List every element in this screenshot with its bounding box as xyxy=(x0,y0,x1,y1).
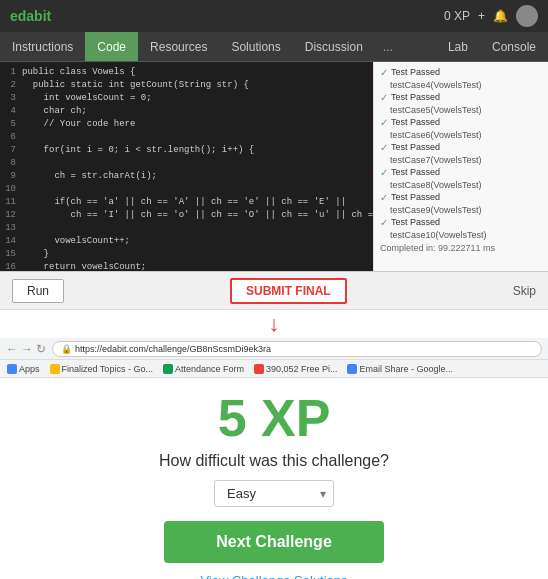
test-case-name: testCase5(VowelsTest) xyxy=(390,105,542,115)
tab-discussion[interactable]: Discussion xyxy=(293,32,375,61)
tab-solutions[interactable]: Solutions xyxy=(219,32,292,61)
plus-icon[interactable]: + xyxy=(478,9,485,23)
line-number: 1 xyxy=(0,66,22,79)
test-case-name: testCase10(VowelsTest) xyxy=(390,230,542,240)
secure-icon: 🔒 xyxy=(61,344,72,354)
difficulty-question: How difficult was this challenge? xyxy=(159,452,389,470)
code-line: 8 xyxy=(0,157,373,170)
next-challenge-button[interactable]: Next Challenge xyxy=(164,521,384,563)
line-code: } xyxy=(22,248,49,261)
view-solutions-link[interactable]: View Challenge Solutions xyxy=(200,573,347,579)
nav-tabs: Instructions Code Resources Solutions Di… xyxy=(0,32,548,62)
more-tabs-icon[interactable]: ... xyxy=(375,40,401,54)
logo: edabit xyxy=(10,8,51,24)
line-number: 9 xyxy=(0,170,22,183)
bookmarks-bar: AppsFinalized Topics - Go...Attendance F… xyxy=(0,360,548,378)
forward-icon[interactable]: → xyxy=(21,342,33,356)
code-line: 12 ch == 'I' || ch == 'o' || ch == 'O' |… xyxy=(0,209,373,222)
test-pass-item: ✓Test Passed xyxy=(380,91,542,104)
code-line: 7 for(int i = 0; i < str.length(); i++) … xyxy=(0,144,373,157)
line-number: 4 xyxy=(0,105,22,118)
checkmark-icon: ✓ xyxy=(380,141,388,154)
completed-time: Completed in: 99.222711 ms xyxy=(380,243,542,253)
browser-nav: ← → ↻ xyxy=(6,342,46,356)
bookmark-item[interactable]: Attendance Form xyxy=(160,364,247,374)
bookmark-item[interactable]: Finalized Topics - Go... xyxy=(47,364,156,374)
line-code: ch == 'I' || ch == 'o' || ch == 'O' || c… xyxy=(22,209,373,222)
nav-right: Lab Console xyxy=(436,40,548,54)
output-panel: ✓Test PassedtestCase4(VowelsTest)✓Test P… xyxy=(373,62,548,271)
bookmark-label: Email Share - Google... xyxy=(359,364,453,374)
line-code: char ch; xyxy=(22,105,87,118)
test-pass-item: ✓Test Passed xyxy=(380,166,542,179)
line-number: 3 xyxy=(0,92,22,105)
bookmark-item[interactable]: Email Share - Google... xyxy=(344,364,456,374)
tab-resources[interactable]: Resources xyxy=(138,32,219,61)
bookmark-icon xyxy=(347,364,357,374)
tab-console[interactable]: Console xyxy=(480,40,548,54)
checkmark-icon: ✓ xyxy=(380,216,388,229)
code-line: 9 ch = str.charAt(i); xyxy=(0,170,373,183)
refresh-icon[interactable]: ↻ xyxy=(36,342,46,356)
line-code: public static int getCount(String str) { xyxy=(22,79,249,92)
test-label: Test Passed xyxy=(391,116,440,129)
line-code: // Your code here xyxy=(22,118,135,131)
test-label: Test Passed xyxy=(391,166,440,179)
test-label: Test Passed xyxy=(391,216,440,229)
test-case-name: testCase6(VowelsTest) xyxy=(390,130,542,140)
tab-code[interactable]: Code xyxy=(85,32,138,61)
line-number: 12 xyxy=(0,209,22,222)
line-number: 13 xyxy=(0,222,22,235)
code-line: 10 xyxy=(0,183,373,196)
url-bar[interactable]: 🔒 https://edabit.com/challenge/GB8nScsmD… xyxy=(52,341,542,357)
line-number: 5 xyxy=(0,118,22,131)
bell-icon[interactable]: 🔔 xyxy=(493,9,508,23)
test-label: Test Passed xyxy=(391,91,440,104)
code-line: 2 public static int getCount(String str)… xyxy=(0,79,373,92)
line-number: 10 xyxy=(0,183,22,196)
bookmark-icon xyxy=(7,364,17,374)
line-number: 6 xyxy=(0,131,22,144)
code-line: 1public class Vowels { xyxy=(0,66,373,79)
line-number: 8 xyxy=(0,157,22,170)
checkmark-icon: ✓ xyxy=(380,191,388,204)
line-code: for(int i = 0; i < str.length(); i++) { xyxy=(22,144,254,157)
bookmark-item[interactable]: 390,052 Free Pi... xyxy=(251,364,341,374)
skip-button[interactable]: Skip xyxy=(513,284,536,298)
tab-instructions[interactable]: Instructions xyxy=(0,32,85,61)
avatar[interactable] xyxy=(516,5,538,27)
bookmark-label: Finalized Topics - Go... xyxy=(62,364,153,374)
top-bar-right: 0 XP + 🔔 xyxy=(444,5,538,27)
arrow-down-icon: ↓ xyxy=(269,313,280,335)
submit-button[interactable]: SUBMIT FINAL xyxy=(230,278,347,304)
bookmark-icon xyxy=(254,364,264,374)
bookmark-item[interactable]: Apps xyxy=(4,364,43,374)
line-number: 16 xyxy=(0,261,22,271)
code-line: 16 return vowelsCount; xyxy=(0,261,373,271)
test-pass-item: ✓Test Passed xyxy=(380,116,542,129)
test-case-name: testCase4(VowelsTest) xyxy=(390,80,542,90)
difficulty-select[interactable]: Easy Medium Hard xyxy=(214,480,334,507)
browser-bar: ← → ↻ 🔒 https://edabit.com/challenge/GB8… xyxy=(0,338,548,360)
line-code: vowelsCount++; xyxy=(22,235,130,248)
code-line: 13 xyxy=(0,222,373,235)
code-line: 15 } xyxy=(0,248,373,261)
tab-lab[interactable]: Lab xyxy=(436,40,480,54)
action-bar: Run SUBMIT FINAL Skip xyxy=(0,272,548,310)
line-number: 11 xyxy=(0,196,22,209)
test-pass-item: ✓Test Passed xyxy=(380,191,542,204)
test-pass-item: ✓Test Passed xyxy=(380,141,542,154)
bookmark-label: Apps xyxy=(19,364,40,374)
code-editor[interactable]: 1public class Vowels {2 public static in… xyxy=(0,62,373,271)
run-button[interactable]: Run xyxy=(12,279,64,303)
back-icon[interactable]: ← xyxy=(6,342,18,356)
test-case-name: testCase9(VowelsTest) xyxy=(390,205,542,215)
test-pass-item: ✓Test Passed xyxy=(380,216,542,229)
checkmark-icon: ✓ xyxy=(380,66,388,79)
arrow-section: ↓ xyxy=(0,310,548,338)
code-line: 3 int vowelsCount = 0; xyxy=(0,92,373,105)
test-pass-item: ✓Test Passed xyxy=(380,66,542,79)
line-code: public class Vowels { xyxy=(22,66,135,79)
line-number: 2 xyxy=(0,79,22,92)
code-line: 11 if(ch == 'a' || ch == 'A' || ch == 'e… xyxy=(0,196,373,209)
